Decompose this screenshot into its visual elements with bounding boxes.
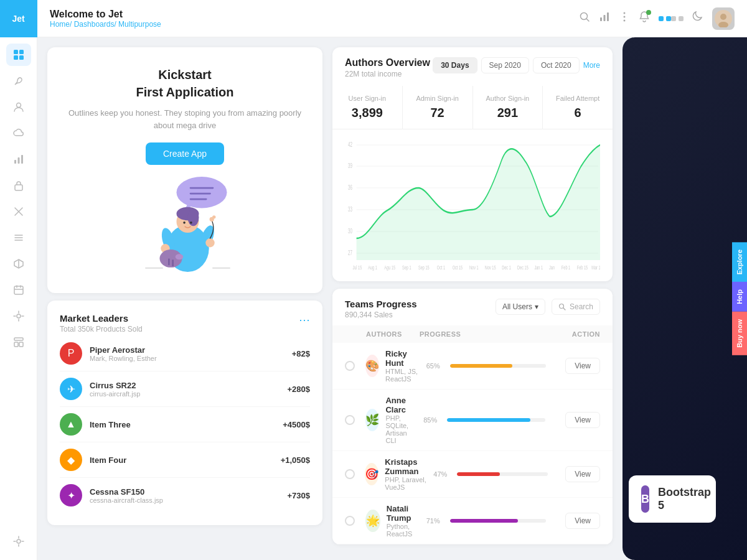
author-avatar: 🌟 <box>365 510 380 532</box>
filter-label: All Users <box>502 302 532 311</box>
market-items-list: P Piper Aerostar Mark, Rowling, Esther +… <box>60 336 310 513</box>
kickstart-description: Outlines keep you honest. They stoping y… <box>60 107 310 131</box>
tab-more[interactable]: More <box>583 61 600 70</box>
stat-value: 72 <box>408 106 467 120</box>
sidebar-item-lock[interactable] <box>6 174 31 197</box>
sidebar-item-close[interactable] <box>6 200 31 223</box>
tab-oct2020[interactable]: Oct 2020 <box>533 57 580 73</box>
teams-title-block: Teams Progress 890,344 Sales <box>345 299 417 319</box>
sidebar-item-brush[interactable] <box>6 70 31 92</box>
stat-item: Author Sign-in 291 <box>473 86 543 129</box>
teams-title: Teams Progress <box>345 299 417 309</box>
svg-text:36: 36 <box>348 184 352 191</box>
market-amount: +280$ <box>287 385 310 394</box>
kickstart-card: Kickstart First Application Outlines kee… <box>47 47 322 293</box>
row-checkbox[interactable] <box>345 361 359 371</box>
view-button[interactable]: View <box>565 412 600 428</box>
svg-point-4 <box>16 103 21 108</box>
sidebar-item-grid[interactable] <box>6 44 31 66</box>
author-info: 🎨 Ricky Hunt HTML, JS, ReactJS <box>365 349 420 383</box>
grid-toggle[interactable] <box>659 16 684 21</box>
sidebar-item-user[interactable] <box>6 96 31 118</box>
svg-point-32 <box>581 13 588 20</box>
action-col: View <box>554 466 600 482</box>
sidebar-item-template[interactable] <box>6 331 31 353</box>
table-row: 🎯 Kristaps Zumman PHP, Laravel, VueJS 47… <box>332 451 613 498</box>
stat-item: User Sign-in 3,899 <box>332 86 403 129</box>
breadcrumb-dashboards[interactable]: Dashboards/ <box>74 20 116 29</box>
notification-dot <box>646 10 651 15</box>
sidebar-item-tools[interactable] <box>6 305 31 327</box>
svg-point-58 <box>176 254 184 259</box>
market-amount: +82$ <box>292 349 310 358</box>
market-amount: +730$ <box>287 491 310 500</box>
progress-bar-bg <box>447 418 545 422</box>
avatar[interactable] <box>712 7 735 30</box>
col-header-progress: PROGRESS <box>420 330 544 338</box>
row-checkbox[interactable] <box>345 469 359 479</box>
view-button[interactable]: View <box>565 513 600 529</box>
sidebar-item-settings[interactable] <box>6 530 31 553</box>
progress-col: 47% <box>433 470 548 478</box>
topbar: Welcome to Jet Home/ Dashboards/ Multipu… <box>37 0 747 37</box>
notification-icon[interactable] <box>639 11 650 26</box>
stat-value: 291 <box>478 106 538 120</box>
users-filter[interactable]: All Users ▾ <box>496 299 545 315</box>
authors-title: Authors Overview <box>345 57 430 68</box>
search-icon[interactable] <box>579 11 590 26</box>
tab-sep2020[interactable]: Sep 2020 <box>481 57 529 73</box>
market-logo: ✈ <box>60 378 82 400</box>
create-app-button[interactable]: Create App <box>146 142 224 165</box>
market-name: Cessna SF150 <box>90 487 280 497</box>
search-control[interactable]: Search <box>552 299 600 315</box>
view-button[interactable]: View <box>565 358 600 374</box>
author-name: Anne Clarc <box>385 396 417 414</box>
author-details: Natali Trump Python, ReactJS <box>387 504 420 538</box>
sidebar-item-calendar[interactable] <box>6 279 31 301</box>
view-button[interactable]: View <box>565 466 600 482</box>
buy-tab[interactable]: Buy now <box>732 312 747 355</box>
options-icon[interactable] <box>619 11 630 26</box>
row-checkbox[interactable] <box>345 516 359 526</box>
svg-point-56 <box>205 238 214 247</box>
progress-col: 65% <box>426 362 546 370</box>
sidebar-item-box[interactable] <box>6 253 31 275</box>
stats-row: User Sign-in 3,899 Admin Sign-in 72 Auth… <box>332 86 613 129</box>
progress-bar-fill <box>450 364 512 368</box>
explore-tab[interactable]: Explore <box>732 242 747 282</box>
authors-chart: 42 39 36 33 30 27 <box>345 136 600 279</box>
svg-rect-35 <box>604 15 606 21</box>
market-logo: ✦ <box>60 484 82 506</box>
row-checkbox[interactable] <box>345 415 359 425</box>
progress-row: 71% <box>426 517 546 525</box>
sidebar-bottom <box>6 530 31 560</box>
progress-bar-fill <box>447 418 530 422</box>
author-avatar: 🎯 <box>365 463 378 485</box>
svg-point-43 <box>177 177 227 208</box>
page-title: Welcome to Jet <box>50 9 571 20</box>
sidebar-item-cloud[interactable] <box>6 122 31 144</box>
svg-point-62 <box>212 215 215 218</box>
teams-subtitle: 890,344 Sales <box>345 310 417 319</box>
kickstart-title: Kickstart First Application <box>136 66 233 101</box>
breadcrumb: Home/ Dashboards/ Multipurpose <box>50 20 571 29</box>
svg-text:Agu 15: Agu 15 <box>384 264 395 271</box>
sidebar-item-list[interactable] <box>6 226 31 249</box>
svg-text:27: 27 <box>348 249 352 256</box>
sidebar: Jet <box>0 0 37 560</box>
progress-bar-bg <box>450 364 546 368</box>
svg-point-19 <box>17 314 21 318</box>
svg-text:39: 39 <box>348 162 352 169</box>
market-leaders-title-block: Market Leaders Total 350k Products Sold <box>60 313 143 334</box>
tab-30days[interactable]: 30 Days <box>433 57 477 73</box>
svg-rect-2 <box>14 55 18 60</box>
sidebar-item-chart[interactable] <box>6 148 31 170</box>
sidebar-logo[interactable]: Jet <box>0 0 37 37</box>
analytics-icon[interactable] <box>599 11 610 26</box>
breadcrumb-home[interactable]: Home/ <box>50 20 72 29</box>
market-info: Item Four <box>90 455 273 465</box>
market-leaders-menu-icon[interactable]: ⋯ <box>299 313 310 327</box>
dark-mode-icon[interactable] <box>692 11 703 26</box>
progress-pct: 71% <box>426 517 445 525</box>
help-tab[interactable]: Help <box>732 282 747 312</box>
